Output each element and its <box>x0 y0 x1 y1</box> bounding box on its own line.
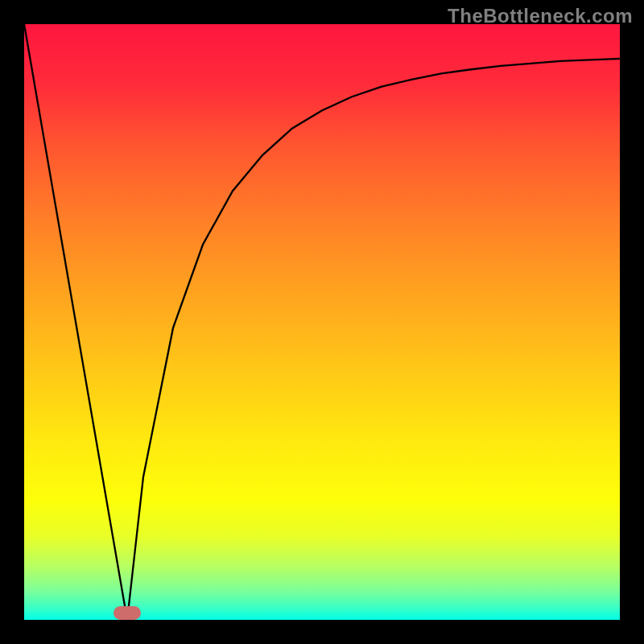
curve-layer <box>24 24 620 620</box>
plot-area <box>24 24 620 620</box>
bottleneck-marker <box>114 606 141 620</box>
curve-right-segment <box>127 59 620 620</box>
chart-container: TheBottleneck.com <box>0 0 644 644</box>
curve-left-segment <box>24 24 127 620</box>
